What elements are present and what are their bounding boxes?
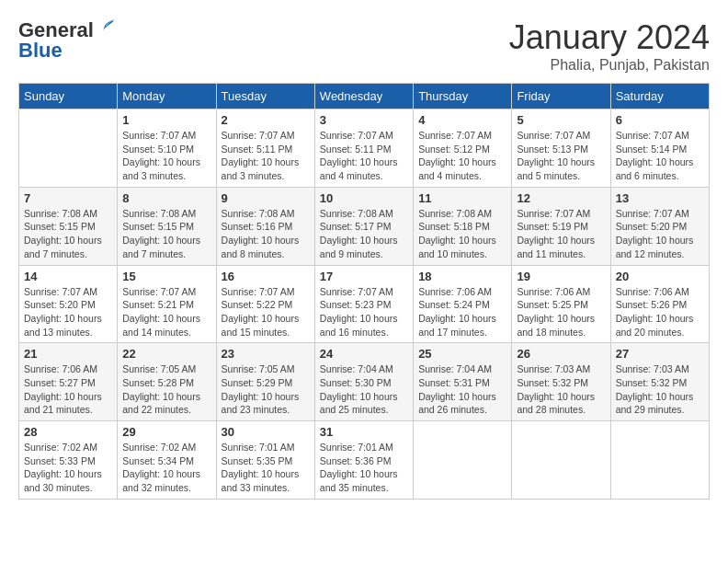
sunrise-text: Sunrise: 7:05 AM bbox=[222, 363, 295, 374]
sunset-text: Sunset: 5:12 PM bbox=[418, 144, 490, 155]
day-number: 1 bbox=[122, 113, 210, 127]
title-block: January 2024 Phalia, Punjab, Pakistan bbox=[509, 18, 710, 74]
day-info: Sunrise: 7:03 AM Sunset: 5:32 PM Dayligh… bbox=[517, 362, 605, 417]
daylight-text: Daylight: 10 hours and 20 minutes. bbox=[616, 313, 694, 338]
daylight-text: Daylight: 10 hours and 5 minutes. bbox=[517, 156, 595, 181]
week-row-4: 21 Sunrise: 7:06 AM Sunset: 5:27 PM Dayl… bbox=[19, 343, 710, 421]
day-info: Sunrise: 7:05 AM Sunset: 5:29 PM Dayligh… bbox=[222, 362, 310, 417]
day-number: 3 bbox=[320, 113, 408, 127]
day-number: 19 bbox=[517, 270, 605, 283]
day-info: Sunrise: 7:07 AM Sunset: 5:13 PM Dayligh… bbox=[517, 129, 605, 183]
week-row-1: 1 Sunrise: 7:07 AM Sunset: 5:10 PM Dayli… bbox=[19, 109, 710, 188]
daylight-text: Daylight: 10 hours and 23 minutes. bbox=[222, 391, 300, 416]
day-info: Sunrise: 7:07 AM Sunset: 5:12 PM Dayligh… bbox=[418, 129, 506, 183]
daylight-text: Daylight: 10 hours and 6 minutes. bbox=[616, 156, 694, 181]
sunrise-text: Sunrise: 7:02 AM bbox=[24, 442, 97, 453]
day-number: 23 bbox=[222, 347, 310, 361]
calendar-cell: 31 Sunrise: 7:01 AM Sunset: 5:36 PM Dayl… bbox=[314, 421, 413, 500]
sunrise-text: Sunrise: 7:06 AM bbox=[24, 363, 97, 374]
sunset-text: Sunset: 5:21 PM bbox=[122, 299, 194, 310]
day-info: Sunrise: 7:05 AM Sunset: 5:28 PM Dayligh… bbox=[122, 362, 210, 417]
daylight-text: Daylight: 10 hours and 15 minutes. bbox=[222, 313, 300, 338]
daylight-text: Daylight: 10 hours and 7 minutes. bbox=[122, 235, 200, 259]
day-number: 24 bbox=[320, 347, 408, 361]
sunset-text: Sunset: 5:24 PM bbox=[418, 299, 490, 310]
col-saturday: Saturday bbox=[610, 84, 709, 109]
daylight-text: Daylight: 10 hours and 22 minutes. bbox=[122, 391, 200, 416]
calendar-cell: 14 Sunrise: 7:07 AM Sunset: 5:20 PM Dayl… bbox=[19, 265, 118, 343]
day-info: Sunrise: 7:07 AM Sunset: 5:20 PM Dayligh… bbox=[24, 285, 112, 339]
sunrise-text: Sunrise: 7:07 AM bbox=[122, 130, 196, 141]
daylight-text: Daylight: 10 hours and 8 minutes. bbox=[222, 235, 300, 259]
day-info: Sunrise: 7:08 AM Sunset: 5:18 PM Dayligh… bbox=[418, 207, 506, 261]
day-info: Sunrise: 7:06 AM Sunset: 5:26 PM Dayligh… bbox=[616, 285, 704, 339]
daylight-text: Daylight: 10 hours and 29 minutes. bbox=[616, 391, 694, 416]
sunset-text: Sunset: 5:14 PM bbox=[616, 144, 688, 155]
calendar-table: Sunday Monday Tuesday Wednesday Thursday… bbox=[18, 83, 710, 500]
sunset-text: Sunset: 5:34 PM bbox=[122, 455, 194, 466]
calendar-cell: 5 Sunrise: 7:07 AM Sunset: 5:13 PM Dayli… bbox=[512, 109, 610, 188]
day-info: Sunrise: 7:08 AM Sunset: 5:16 PM Dayligh… bbox=[222, 207, 310, 261]
calendar-cell: 13 Sunrise: 7:07 AM Sunset: 5:20 PM Dayl… bbox=[610, 187, 709, 265]
calendar-cell: 29 Sunrise: 7:02 AM Sunset: 5:34 PM Dayl… bbox=[118, 421, 216, 500]
sunrise-text: Sunrise: 7:07 AM bbox=[122, 286, 196, 297]
day-info: Sunrise: 7:07 AM Sunset: 5:19 PM Dayligh… bbox=[517, 207, 605, 261]
sunset-text: Sunset: 5:30 PM bbox=[320, 377, 392, 388]
sunset-text: Sunset: 5:15 PM bbox=[24, 221, 96, 232]
day-info: Sunrise: 7:07 AM Sunset: 5:11 PM Dayligh… bbox=[320, 129, 408, 183]
day-info: Sunrise: 7:07 AM Sunset: 5:11 PM Dayligh… bbox=[222, 129, 310, 183]
daylight-text: Daylight: 10 hours and 35 minutes. bbox=[320, 468, 398, 493]
sunrise-text: Sunrise: 7:08 AM bbox=[222, 208, 295, 219]
sunset-text: Sunset: 5:32 PM bbox=[517, 377, 588, 388]
day-number: 12 bbox=[517, 191, 605, 205]
day-number: 8 bbox=[122, 191, 210, 205]
day-number: 31 bbox=[320, 425, 408, 439]
calendar-cell: 1 Sunrise: 7:07 AM Sunset: 5:10 PM Dayli… bbox=[118, 109, 216, 188]
daylight-text: Daylight: 10 hours and 3 minutes. bbox=[222, 156, 300, 181]
daylight-text: Daylight: 10 hours and 17 minutes. bbox=[418, 313, 496, 338]
calendar-cell: 4 Sunrise: 7:07 AM Sunset: 5:12 PM Dayli… bbox=[414, 109, 512, 188]
daylight-text: Daylight: 10 hours and 14 minutes. bbox=[122, 313, 200, 338]
calendar-cell bbox=[19, 109, 118, 188]
day-info: Sunrise: 7:01 AM Sunset: 5:36 PM Dayligh… bbox=[320, 441, 408, 495]
day-number: 10 bbox=[320, 191, 408, 205]
day-info: Sunrise: 7:08 AM Sunset: 5:17 PM Dayligh… bbox=[320, 207, 408, 261]
sunset-text: Sunset: 5:19 PM bbox=[517, 221, 588, 232]
daylight-text: Daylight: 10 hours and 12 minutes. bbox=[616, 235, 694, 259]
day-number: 20 bbox=[616, 270, 704, 283]
day-number: 28 bbox=[24, 425, 112, 439]
calendar-cell: 27 Sunrise: 7:03 AM Sunset: 5:32 PM Dayl… bbox=[610, 343, 709, 421]
day-number: 11 bbox=[418, 191, 506, 205]
sunrise-text: Sunrise: 7:07 AM bbox=[24, 286, 97, 297]
day-info: Sunrise: 7:07 AM Sunset: 5:20 PM Dayligh… bbox=[616, 207, 704, 261]
calendar-cell: 23 Sunrise: 7:05 AM Sunset: 5:29 PM Dayl… bbox=[216, 343, 314, 421]
calendar-cell: 16 Sunrise: 7:07 AM Sunset: 5:22 PM Dayl… bbox=[216, 265, 314, 343]
sunrise-text: Sunrise: 7:08 AM bbox=[418, 208, 492, 219]
daylight-text: Daylight: 10 hours and 26 minutes. bbox=[418, 391, 496, 416]
sunset-text: Sunset: 5:26 PM bbox=[616, 299, 688, 310]
sunset-text: Sunset: 5:27 PM bbox=[24, 377, 96, 388]
calendar-cell: 3 Sunrise: 7:07 AM Sunset: 5:11 PM Dayli… bbox=[314, 109, 413, 188]
calendar-cell: 12 Sunrise: 7:07 AM Sunset: 5:19 PM Dayl… bbox=[512, 187, 610, 265]
day-number: 30 bbox=[222, 425, 310, 439]
sunrise-text: Sunrise: 7:06 AM bbox=[418, 286, 492, 297]
sunset-text: Sunset: 5:36 PM bbox=[320, 455, 392, 466]
sunset-text: Sunset: 5:11 PM bbox=[320, 144, 392, 155]
day-info: Sunrise: 7:04 AM Sunset: 5:30 PM Dayligh… bbox=[320, 362, 408, 417]
calendar-cell: 30 Sunrise: 7:01 AM Sunset: 5:35 PM Dayl… bbox=[216, 421, 314, 500]
calendar-cell: 28 Sunrise: 7:02 AM Sunset: 5:33 PM Dayl… bbox=[19, 421, 118, 500]
day-info: Sunrise: 7:07 AM Sunset: 5:21 PM Dayligh… bbox=[122, 285, 210, 339]
daylight-text: Daylight: 10 hours and 32 minutes. bbox=[122, 468, 200, 493]
sunrise-text: Sunrise: 7:07 AM bbox=[320, 286, 393, 297]
sunrise-text: Sunrise: 7:05 AM bbox=[122, 363, 196, 374]
calendar-cell bbox=[512, 421, 610, 500]
calendar-cell: 20 Sunrise: 7:06 AM Sunset: 5:26 PM Dayl… bbox=[610, 265, 709, 343]
sunrise-text: Sunrise: 7:07 AM bbox=[320, 130, 393, 141]
calendar-cell: 2 Sunrise: 7:07 AM Sunset: 5:11 PM Dayli… bbox=[216, 109, 314, 188]
sunrise-text: Sunrise: 7:07 AM bbox=[222, 286, 295, 297]
day-info: Sunrise: 7:07 AM Sunset: 5:22 PM Dayligh… bbox=[222, 285, 310, 339]
day-info: Sunrise: 7:04 AM Sunset: 5:31 PM Dayligh… bbox=[418, 362, 506, 417]
calendar-cell: 7 Sunrise: 7:08 AM Sunset: 5:15 PM Dayli… bbox=[19, 187, 118, 265]
sunset-text: Sunset: 5:23 PM bbox=[320, 299, 392, 310]
col-wednesday: Wednesday bbox=[314, 84, 413, 109]
